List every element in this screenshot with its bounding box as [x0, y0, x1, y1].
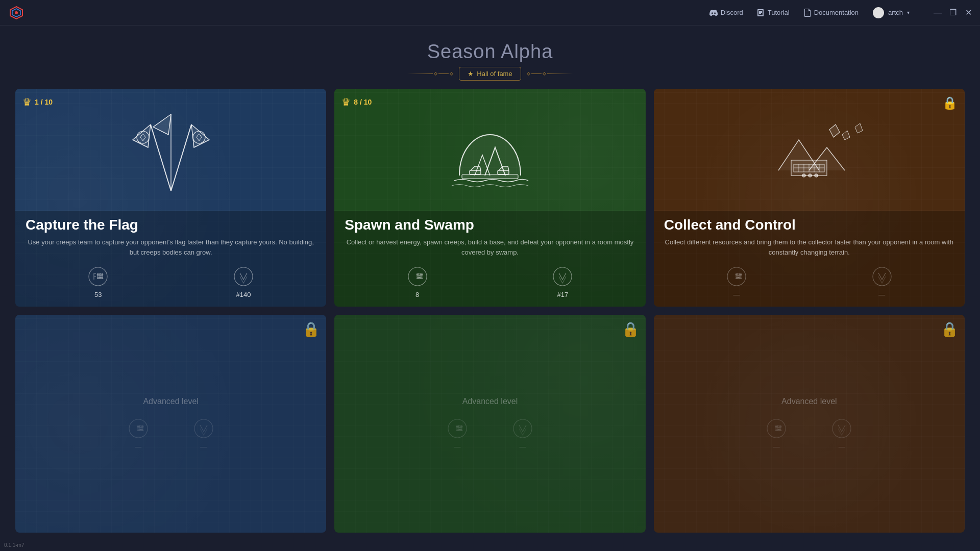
- card-stats: 0110 1001 —: [764, 416, 854, 450]
- lock-icon: 🔒: [942, 96, 958, 110]
- svg-text:1001: 1001: [456, 428, 462, 431]
- card-stats: 0110 1001 53: [26, 264, 316, 298]
- stat-score-icon: 0110 1001: [764, 416, 789, 441]
- card-title: Spawn and Swamp: [345, 217, 635, 233]
- nav-discord[interactable]: Discord: [709, 9, 743, 16]
- lock-icon: 🔒: [941, 321, 959, 338]
- hall-of-fame-wrap: ★ Hall of fame: [15, 67, 965, 81]
- user-section[interactable]: artch ▾: [873, 7, 910, 18]
- card-content: ♛ 8 / 10: [334, 89, 645, 307]
- card-capture-the-flag[interactable]: ♛ 1 / 10: [15, 89, 326, 307]
- titlebar-left: [8, 5, 24, 21]
- svg-marker-28: [842, 131, 850, 140]
- minimize-button[interactable]: —: [934, 9, 941, 16]
- stat-item-score: 0110 1001 —: [445, 416, 470, 450]
- card-collect-and-control[interactable]: 🔒: [654, 89, 965, 307]
- rank-crown-icon: ♛: [22, 96, 32, 108]
- stat-score-value: —: [733, 291, 740, 298]
- app-logo-icon: [8, 5, 24, 21]
- card-stats: 0110 1001 —: [126, 416, 216, 450]
- card-spawn-and-swamp[interactable]: ♛ 8 / 10: [334, 89, 645, 307]
- svg-text:1001: 1001: [416, 276, 423, 279]
- card-advanced-brown[interactable]: 🔒 Advanced level 0110 1001 —: [654, 315, 965, 533]
- svg-line-4: [171, 124, 191, 191]
- svg-rect-14: [498, 170, 509, 174]
- stat-item-rank: —: [191, 416, 216, 450]
- book-icon: [757, 9, 765, 17]
- svg-text:1001: 1001: [775, 428, 781, 431]
- user-dropdown-icon: ▾: [907, 10, 910, 15]
- svg-point-2: [15, 11, 18, 14]
- close-button[interactable]: ✕: [965, 9, 972, 16]
- stat-item-score: 0110 1001 —: [764, 416, 789, 450]
- advanced-level-label: Advanced level: [143, 397, 199, 406]
- stat-rank-icon: [829, 416, 854, 441]
- stat-rank-icon: [870, 264, 894, 289]
- stat-rank-icon: [231, 264, 256, 289]
- card-description: Collect or harvest energy, spawn creeps,…: [345, 237, 635, 257]
- nav-tutorial[interactable]: Tutorial: [757, 9, 790, 17]
- stat-item-score: 0110 1001 8: [405, 264, 430, 298]
- stat-score-icon: 0110 1001: [724, 264, 749, 289]
- svg-marker-27: [829, 124, 840, 137]
- card-stats: 0110 1001 —: [664, 264, 954, 298]
- nav-tutorial-label: Tutorial: [768, 9, 790, 16]
- hall-of-fame-button[interactable]: ★ Hall of fame: [459, 67, 521, 81]
- card-info: Collect and Control Collect different re…: [654, 211, 965, 307]
- doc-icon: [804, 9, 811, 17]
- rank-badge: ♛ 8 / 10: [341, 96, 372, 108]
- svg-text:1001: 1001: [97, 276, 103, 279]
- card-info: Spawn and Swamp Collect or harvest energ…: [334, 211, 645, 307]
- season-header: Season Alpha ★ Hall of fame: [15, 41, 965, 81]
- stat-rank-value: —: [200, 443, 207, 450]
- card-title: Collect and Control: [664, 217, 954, 233]
- svg-rect-12: [462, 174, 518, 179]
- svg-point-31: [808, 174, 812, 177]
- window-controls: — ❐ ✕: [934, 9, 972, 16]
- stat-score-value: 53: [94, 291, 102, 298]
- rank-value: 8 / 10: [354, 98, 372, 106]
- stat-score-value: —: [454, 443, 460, 450]
- svg-text:1001: 1001: [736, 276, 742, 279]
- stat-rank-icon: [510, 416, 535, 441]
- stat-score-value: —: [773, 443, 780, 450]
- nav-docs[interactable]: Documentation: [804, 9, 859, 17]
- stat-rank-value: #140: [236, 291, 251, 298]
- card-description: Use your creeps team to capture your opp…: [26, 237, 316, 257]
- maximize-button[interactable]: ❐: [949, 9, 957, 16]
- card-advanced-content: Advanced level 0110 1001 —: [654, 315, 965, 533]
- stat-score-icon: 0110 1001: [405, 264, 430, 289]
- stat-score-icon: 0110 1001: [126, 416, 151, 441]
- nav-discord-label: Discord: [721, 9, 743, 16]
- rank-value: 1 / 10: [35, 98, 53, 106]
- titlebar-nav: Discord Tutorial Documentation: [709, 9, 859, 17]
- svg-marker-29: [855, 123, 863, 133]
- stat-item-score: 0110 1001 —: [724, 264, 749, 298]
- card-advanced-green[interactable]: 🔒 Advanced level 0110 1001 —: [334, 315, 645, 533]
- card-illustration-factory: [654, 89, 965, 211]
- rank-crown-icon: ♛: [341, 96, 351, 108]
- svg-text:1001: 1001: [137, 428, 143, 431]
- main-content: Season Alpha ★ Hall of fame: [0, 26, 980, 551]
- version-label: 0.1.1-m7: [4, 542, 24, 548]
- titlebar: Discord Tutorial Documentation artch ▾ —: [0, 0, 980, 26]
- rank-badge: ♛ 1 / 10: [22, 96, 53, 108]
- advanced-level-label: Advanced level: [781, 397, 837, 406]
- stat-rank-value: —: [878, 291, 885, 298]
- card-advanced-blue[interactable]: 🔒 Advanced level 0110 1001 —: [15, 315, 326, 533]
- stat-rank-value: #17: [557, 291, 568, 298]
- stat-rank-icon: [191, 416, 216, 441]
- card-advanced-content: Advanced level 0110 1001 —: [15, 315, 326, 533]
- stat-item-rank: #140: [231, 264, 256, 298]
- stat-item-rank: #17: [550, 264, 575, 298]
- card-advanced-content: Advanced level 0110 1001 —: [334, 315, 645, 533]
- lock-icon: 🔒: [302, 321, 320, 338]
- stat-item-score: 0110 1001 —: [126, 416, 151, 450]
- card-title: Capture the Flag: [26, 217, 316, 233]
- card-illustration-flags: [15, 89, 326, 211]
- card-stats: 0110 1001 —: [445, 416, 535, 450]
- stat-rank-value: —: [839, 443, 845, 450]
- username-label: artch: [888, 9, 903, 16]
- card-content: ♛ 1 / 10: [15, 89, 326, 307]
- stat-rank-icon: [550, 264, 575, 289]
